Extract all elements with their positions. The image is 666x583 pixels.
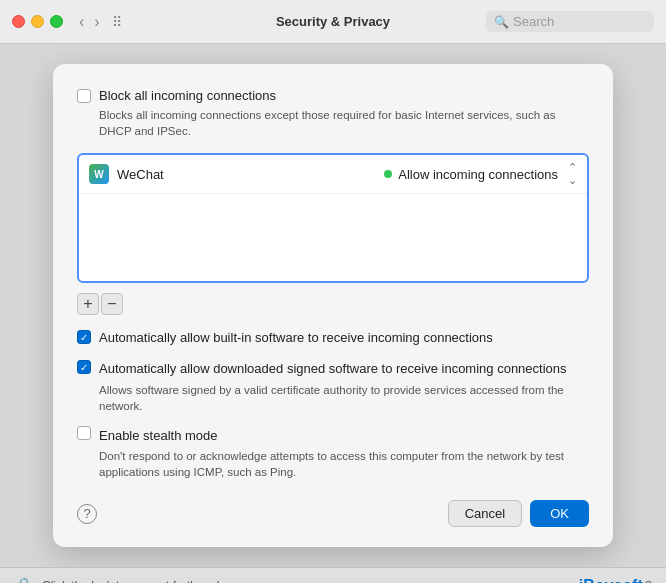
block-all-description: Blocks all incoming connections except t… — [99, 107, 589, 139]
cancel-button[interactable]: Cancel — [448, 500, 522, 527]
search-input[interactable] — [513, 14, 646, 29]
back-button[interactable]: ‹ — [75, 12, 88, 32]
app-status: Allow incoming connections ⌃⌄ — [384, 161, 577, 187]
dialog-footer: ? Cancel OK — [77, 500, 589, 527]
add-app-button[interactable]: + — [77, 293, 99, 315]
auto-signed-label: Automatically allow downloaded signed so… — [99, 361, 567, 376]
stealth-mode-section: Enable stealth mode Don't respond to or … — [77, 426, 589, 480]
content-area: Block all incoming connections Blocks al… — [0, 44, 666, 567]
wechat-icon: W — [89, 164, 109, 184]
auto-allow-builtin-row: ✓ Automatically allow built-in software … — [77, 329, 589, 347]
forward-button[interactable]: › — [90, 12, 103, 32]
stealth-mode-row: Enable stealth mode Don't respond to or … — [77, 426, 589, 480]
close-button[interactable] — [12, 15, 25, 28]
help-button[interactable]: ? — [77, 504, 97, 524]
remove-app-button[interactable]: − — [101, 293, 123, 315]
auto-allow-signed-row: ✓ Automatically allow downloaded signed … — [77, 359, 589, 413]
maximize-button[interactable] — [50, 15, 63, 28]
app-list-box: W WeChat Allow incoming connections ⌃⌄ — [77, 153, 589, 283]
status-dot-green — [384, 170, 392, 178]
ok-button[interactable]: OK — [530, 500, 589, 527]
status-label: Allow incoming connections — [398, 167, 558, 182]
brand-rest: Boysoft — [583, 577, 643, 583]
auto-signed-checkbox[interactable]: ✓ — [77, 360, 91, 374]
minimize-button[interactable] — [31, 15, 44, 28]
window-title: Security & Privacy — [276, 14, 390, 29]
auto-signed-content: Automatically allow downloaded signed so… — [99, 359, 589, 413]
app-name: WeChat — [117, 167, 384, 182]
stealth-mode-checkbox[interactable] — [77, 426, 91, 440]
lock-text: Click the lock to prevent further change… — [42, 579, 259, 583]
block-all-checkbox[interactable] — [77, 89, 91, 103]
footer-actions: Cancel OK — [448, 500, 589, 527]
titlebar: ‹ › ⠿ Security & Privacy 🔍 — [0, 0, 666, 44]
block-all-label: Block all incoming connections — [99, 88, 276, 103]
block-connections-section: Block all incoming connections Blocks al… — [77, 88, 589, 139]
stealth-label: Enable stealth mode — [99, 428, 218, 443]
stealth-description: Don't respond to or acknowledge attempts… — [99, 448, 589, 480]
grid-icon: ⠿ — [112, 14, 122, 30]
search-bar[interactable]: 🔍 — [486, 11, 654, 32]
lock-icon[interactable]: 🔒 — [14, 576, 34, 583]
add-remove-row: + − — [77, 293, 589, 315]
auto-builtin-label: Automatically allow built-in software to… — [99, 329, 493, 347]
nav-buttons: ‹ › — [75, 12, 104, 32]
traffic-lights — [12, 15, 63, 28]
brand: iBoysoft — [579, 577, 643, 583]
search-icon: 🔍 — [494, 15, 509, 29]
bottom-bar: 🔒 Click the lock to prevent further chan… — [0, 567, 666, 583]
table-row[interactable]: W WeChat Allow incoming connections ⌃⌄ — [79, 155, 587, 194]
block-label-row: Block all incoming connections — [77, 88, 589, 103]
brand-help-icon[interactable]: ? — [645, 578, 652, 583]
firewall-dialog: Block all incoming connections Blocks al… — [53, 64, 613, 547]
stealth-content: Enable stealth mode Don't respond to or … — [99, 426, 589, 480]
auto-signed-description: Allows software signed by a valid certif… — [99, 382, 589, 414]
auto-builtin-checkbox[interactable]: ✓ — [77, 330, 91, 344]
dropdown-arrow-icon[interactable]: ⌃⌄ — [568, 161, 577, 187]
